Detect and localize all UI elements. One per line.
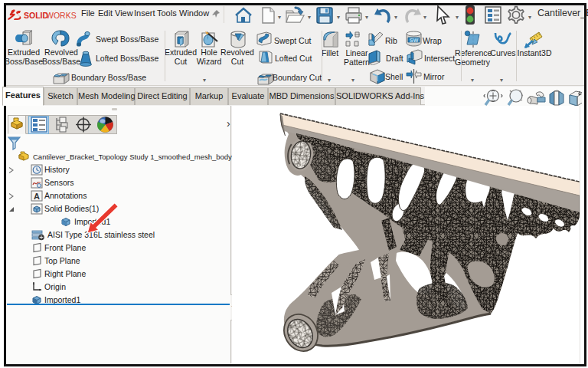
svg-text:SW: SW xyxy=(410,38,419,43)
svg-text:WORKS: WORKS xyxy=(46,11,77,20)
svg-text:A: A xyxy=(34,192,40,201)
svg-text:SOLID: SOLID xyxy=(24,11,49,20)
